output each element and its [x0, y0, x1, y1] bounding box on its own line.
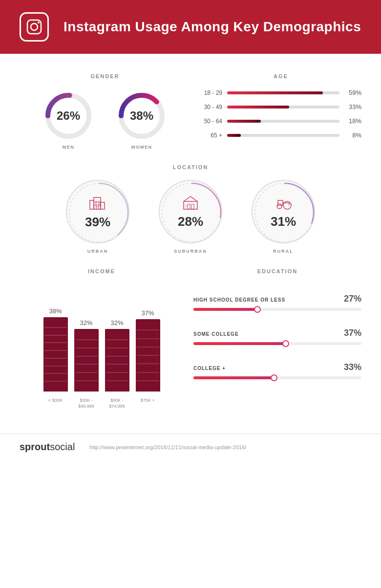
- age-bar-track-65: [227, 132, 339, 138]
- income-bar-fill-49k: [74, 329, 99, 392]
- education-section: EDUCATION HIGH SCHOOL DEGREE OR LESS 27%…: [184, 268, 361, 409]
- age-bar-fill-30: [227, 106, 289, 109]
- income-bar-74k: 32%: [104, 319, 130, 392]
- location-rural: 31% RURAL: [244, 180, 322, 254]
- urban-icon: [89, 194, 106, 215]
- edu-col-fill: [193, 376, 274, 379]
- women-center: 38%: [130, 109, 153, 123]
- age-section: AGE 18 - 29 59% 30 - 49 33%: [190, 73, 361, 146]
- age-row-50: 50 - 64 18%: [200, 117, 361, 125]
- income-bar-fill-74k: [105, 329, 129, 392]
- women-donut-wrapper: 38%: [115, 89, 169, 143]
- age-range-65: 65 +: [200, 132, 222, 139]
- edu-hs-pct: 27%: [344, 294, 361, 304]
- bottom-row: INCOME 38% 32%: [20, 268, 361, 409]
- social-light: social: [50, 441, 75, 452]
- edu-hs-thumb: [254, 306, 261, 313]
- svg-rect-10: [94, 197, 101, 209]
- edu-sc-fill: [193, 342, 286, 345]
- income-pct-30k: 38%: [49, 307, 62, 315]
- edu-hs-title: HIGH SCHOOL DEGREE OR LESS: [193, 297, 285, 303]
- edu-col-pct: 33%: [344, 362, 361, 372]
- edu-highschool: HIGH SCHOOL DEGREE OR LESS 27%: [193, 294, 361, 311]
- age-row-65: 65 + 8%: [200, 131, 361, 139]
- svg-rect-12: [95, 201, 97, 203]
- svg-rect-14: [95, 204, 97, 206]
- age-range-30: 30 - 49: [200, 104, 222, 110]
- gender-label: GENDER: [20, 73, 190, 79]
- edu-col-title: COLLEGE +: [193, 366, 226, 371]
- age-pct-30: 33%: [344, 103, 361, 110]
- men-label: MEN: [63, 145, 75, 150]
- income-bar-fill-75k: [136, 319, 160, 392]
- header: Instagram Usage Among Key Demographics: [0, 0, 381, 54]
- svg-rect-20: [188, 204, 190, 209]
- age-bar-track-18: [227, 90, 339, 96]
- suburban-icon: [182, 195, 199, 214]
- main-content: GENDER: [0, 54, 381, 424]
- rural-icon: [275, 195, 292, 214]
- location-section: LOCATION: [20, 164, 361, 254]
- rural-name: RURAL: [273, 249, 294, 254]
- gender-charts: 26% MEN: [20, 89, 190, 150]
- svg-rect-11: [101, 202, 105, 209]
- age-row-30: 30 - 49 33%: [200, 103, 361, 110]
- income-pct-49k: 32%: [80, 319, 92, 327]
- income-bar-30k: 38%: [42, 307, 69, 392]
- footer-url: http://www.pewinternet.org/2016/11/11/so…: [89, 444, 246, 450]
- location-label: LOCATION: [20, 164, 361, 170]
- age-range-50: 50 - 64: [200, 118, 222, 125]
- edu-sc-title-row: SOME COLLEGE 37%: [193, 328, 361, 338]
- suburban-name: SUBURBAN: [174, 249, 207, 254]
- svg-point-1: [31, 23, 38, 30]
- edu-sc-title: SOME COLLEGE: [193, 331, 239, 337]
- location-urban: 39% URBAN: [59, 180, 137, 254]
- edu-college: COLLEGE + 33%: [193, 362, 361, 379]
- gender-age-row: GENDER: [20, 73, 361, 150]
- income-x-49k: $30K - $49,999: [73, 398, 100, 409]
- rural-circle: 31%: [252, 180, 315, 243]
- income-bars: 38% 32%: [20, 284, 184, 392]
- men-pct: 26%: [57, 109, 80, 123]
- location-suburban: 28% SUBURBAN: [151, 180, 230, 254]
- women-donut: 38% WOMEN: [115, 89, 169, 150]
- svg-rect-15: [98, 204, 100, 206]
- age-pct-50: 18%: [344, 117, 361, 125]
- page-title: Instagram Usage Among Key Demographics: [64, 19, 361, 35]
- age-bar-fill-18: [227, 91, 323, 94]
- location-charts: 39% URBAN: [20, 180, 361, 254]
- age-bars: 18 - 29 59% 30 - 49 33% 50 -: [200, 89, 361, 139]
- men-center: 26%: [57, 109, 80, 123]
- urban-name: URBAN: [87, 249, 108, 254]
- income-x-74k: $50K - $74,999: [104, 398, 130, 409]
- education-label: EDUCATION: [193, 268, 361, 274]
- age-bar-track-30: [227, 104, 339, 110]
- svg-rect-28: [278, 200, 283, 205]
- age-bar-bg-65: [227, 134, 339, 137]
- age-bar-fill-65: [227, 134, 241, 137]
- men-donut: 26% MEN: [42, 89, 95, 150]
- women-label: WOMEN: [131, 145, 152, 150]
- edu-hs-title-row: HIGH SCHOOL DEGREE OR LESS 27%: [193, 294, 361, 304]
- instagram-logo: [20, 12, 49, 42]
- sprout-bold: sprout: [20, 441, 50, 452]
- age-bar-fill-50: [227, 120, 261, 123]
- income-pct-75k: 37%: [141, 309, 154, 317]
- age-pct-18: 59%: [344, 89, 361, 96]
- income-bar-49k: 32%: [73, 319, 100, 392]
- edu-col-track: [193, 376, 361, 379]
- income-pct-74k: 32%: [110, 319, 123, 327]
- edu-col-title-row: COLLEGE + 33%: [193, 362, 361, 372]
- edu-hs-track: [193, 308, 361, 311]
- svg-point-2: [38, 22, 40, 23]
- footer: sproutsocial http://www.pewinternet.org/…: [0, 434, 381, 460]
- income-bar-75k: 37%: [134, 309, 161, 392]
- income-x-75k: $75K +: [134, 398, 161, 404]
- edu-hs-fill: [193, 308, 257, 311]
- svg-rect-9: [90, 200, 94, 209]
- age-bar-track-50: [227, 118, 339, 124]
- income-label: INCOME: [20, 268, 184, 274]
- income-x-30k: < $30K: [42, 398, 69, 404]
- edu-col-thumb: [271, 374, 277, 381]
- edu-sc-thumb: [282, 340, 289, 347]
